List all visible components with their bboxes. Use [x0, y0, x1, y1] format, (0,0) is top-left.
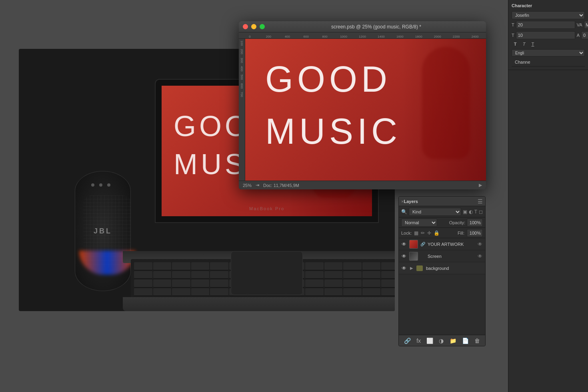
layer-expand-icon[interactable]: ▶ [409, 266, 414, 270]
ps-statusbar: 25% ⇥ Doc: 11,7M/45,9M ▶ [239, 181, 486, 189]
key [305, 262, 324, 270]
layer-name: background [426, 266, 483, 271]
layers-filter-row: 🔍 Kind ▣ ◐ T ◻ [399, 206, 485, 217]
font-size-icon: T [512, 22, 514, 27]
key [343, 271, 362, 279]
ps-export-icon[interactable]: ⇥ [256, 183, 259, 188]
key [210, 279, 228, 287]
ps-titlebar: screen.psb @ 25% (good music, RGB/8) * [239, 21, 486, 32]
link-layers-button[interactable]: 🔗 [404, 338, 411, 344]
key [343, 262, 362, 270]
ruler-mark: 0 [240, 35, 259, 38]
bold-icon[interactable]: T [512, 42, 519, 46]
ps-canvas[interactable]: GOOD MUSIC [245, 39, 486, 181]
key [153, 288, 172, 296]
underline-icon[interactable]: T [529, 42, 536, 46]
opacity-label: Opacity: [449, 220, 465, 225]
key [210, 288, 228, 296]
layers-filter-select[interactable]: Kind [409, 208, 461, 216]
ps-ruler-vertical: 100 200 300 400 500 600 700 [239, 39, 245, 181]
font-family-select[interactable]: Josefin [512, 11, 585, 19]
blend-mode-select[interactable]: Normal [401, 219, 437, 227]
key [172, 288, 190, 296]
fill-input[interactable] [467, 229, 483, 237]
tracking-input[interactable] [584, 21, 588, 29]
ps-status-arrow[interactable]: ▶ [479, 183, 482, 188]
italic-icon[interactable]: T [520, 42, 528, 46]
leading-icon: T [512, 33, 514, 38]
speaker-dots [91, 183, 110, 187]
layer-row-screen[interactable]: 👁 Screen 👁 [399, 250, 485, 262]
layer-thumbnail [409, 252, 418, 261]
language-select[interactable]: Engli [512, 49, 585, 56]
lock-label: Lock: [401, 231, 412, 235]
window-close-button[interactable] [243, 24, 248, 29]
key [381, 288, 395, 296]
macbook-label: MacBook Pro [249, 206, 284, 211]
side-ruler-mark: 400 [240, 66, 244, 71]
ruler-mark: 400 [278, 35, 297, 38]
key [210, 271, 228, 279]
character-panel-title: Character [512, 3, 585, 8]
ruler-mark: 1000 [334, 35, 353, 38]
opacity-input[interactable] [467, 219, 483, 227]
create-group-button[interactable]: 📁 [450, 338, 456, 344]
layer-row-background[interactable]: 👁 ▶ background [399, 262, 485, 274]
layer-link-icon[interactable]: 🔗 [420, 242, 425, 246]
key [172, 262, 190, 270]
ps-ruler-marks: 0 200 400 600 800 1000 1200 1400 1600 18… [239, 32, 486, 38]
add-adjustment-button[interactable]: ◑ [439, 338, 444, 344]
layers-menu-icon[interactable]: ☰ [478, 198, 483, 205]
layer-visibility-icon[interactable]: 👁 [401, 253, 407, 259]
side-ruler-mark: 600 [240, 83, 244, 88]
ps-person-silhouette [422, 47, 470, 159]
baseline-icon: A [577, 33, 580, 38]
key [324, 279, 343, 287]
key [134, 271, 152, 279]
side-ruler-mark: 100 [240, 40, 244, 46]
laptop-trackpad[interactable] [231, 251, 303, 295]
ruler-mark: 200 [259, 35, 278, 38]
key [362, 262, 381, 270]
filter-pixel-icon[interactable]: ▣ [463, 209, 467, 215]
window-minimize-button[interactable] [251, 24, 256, 29]
lock-all-icon[interactable]: 🔒 [434, 230, 440, 236]
fx-button[interactable]: fx [416, 338, 421, 344]
key [191, 262, 210, 270]
ruler-mark: 1200 [353, 35, 372, 38]
speaker-dot [91, 183, 94, 187]
filter-adjust-icon[interactable]: ◐ [469, 209, 473, 215]
layer-options-icon[interactable]: 👁 [477, 241, 483, 247]
photoshop-window: screen.psb @ 25% (good music, RGB/8) * 0… [239, 21, 486, 189]
layers-toolbar: 🔗 fx ⬜ ◑ 📁 📄 🗑 [399, 335, 485, 346]
leading-input[interactable] [516, 31, 575, 39]
key [324, 288, 343, 296]
key [134, 279, 152, 287]
speaker-dot [99, 183, 102, 187]
filter-text-icon[interactable]: T [474, 209, 477, 215]
layer-visibility-icon[interactable]: 👁 [401, 265, 407, 271]
lock-paint-icon[interactable]: ✏ [421, 230, 425, 236]
layer-visibility-icon[interactable]: 👁 [401, 241, 407, 247]
key [172, 279, 190, 287]
layer-options-icon[interactable]: 👁 [477, 253, 483, 259]
lock-position-icon[interactable]: ✛ [427, 230, 431, 236]
font-size-input[interactable] [516, 21, 575, 29]
layers-titlebar: × Layers ☰ [399, 197, 485, 206]
delete-layer-button[interactable]: 🗑 [474, 338, 480, 344]
add-mask-button[interactable]: ⬜ [426, 338, 433, 344]
layer-row-your-artwork[interactable]: 👁 🔗 YOUR ARTWORK 👁 [399, 238, 485, 250]
ruler-mark: 2000 [428, 35, 447, 38]
key [362, 288, 381, 296]
key [305, 271, 324, 279]
lock-transparency-icon[interactable]: ▦ [414, 230, 418, 236]
char-row-style: T T T [512, 42, 585, 46]
create-layer-button[interactable]: 📄 [462, 338, 469, 344]
window-maximize-button[interactable] [260, 24, 265, 29]
layer-name: YOUR ARTWORK [428, 242, 475, 247]
key [153, 262, 172, 270]
filter-shape-icon[interactable]: ◻ [479, 209, 483, 215]
key [134, 262, 152, 270]
baseline-input[interactable] [581, 31, 588, 39]
layers-lock-row: Lock: ▦ ✏ ✛ 🔒 Fill: [399, 228, 485, 238]
